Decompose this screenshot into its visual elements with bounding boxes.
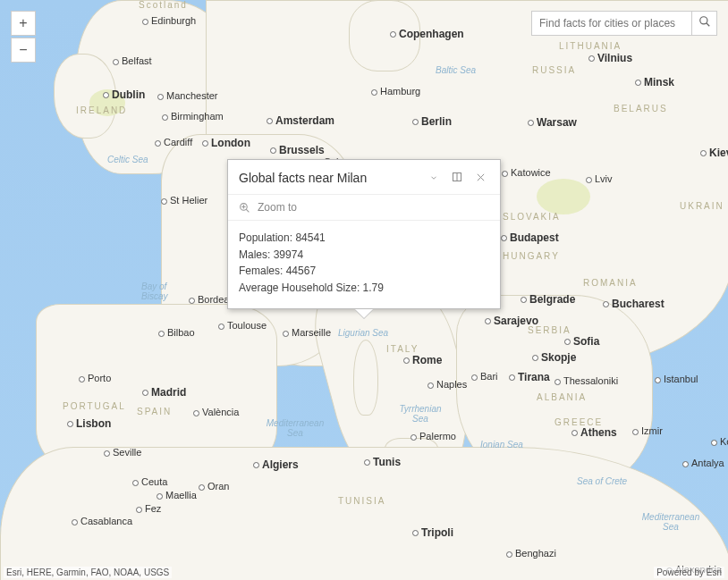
city-label: Oran — [199, 481, 229, 492]
city-label: Amsterdam — [267, 114, 334, 127]
country-label: ROMANIA — [583, 278, 638, 288]
city-label: Edinburgh — [142, 15, 196, 26]
city-label: Casablanca — [72, 516, 132, 526]
city-label: Dublin — [103, 88, 145, 101]
city-label: Thessaloniki — [554, 375, 618, 386]
city-label: Berlin — [412, 115, 452, 128]
city-label: Istanbul — [655, 374, 698, 384]
country-label: HUNGARY — [503, 251, 560, 261]
collapse-button[interactable] — [425, 169, 443, 187]
city-label: Kon — [711, 436, 728, 447]
country-label: ITALY — [386, 344, 419, 354]
city-label: Algiers — [253, 458, 299, 471]
city-label: Minsk — [635, 76, 674, 88]
city-label: Lviv — [586, 173, 613, 184]
dock-button[interactable] — [448, 169, 466, 187]
city-label: Seville — [104, 447, 141, 458]
attribution-right[interactable]: Powered by Esri — [654, 567, 724, 578]
sea-label: Ionian Sea — [480, 440, 523, 450]
city-label: Rome — [403, 354, 442, 366]
city-label: Lisbon — [67, 417, 111, 430]
country-label: IRELAND — [76, 105, 127, 115]
fact-label: Females — [239, 265, 280, 277]
city-label: Maellia — [157, 490, 197, 500]
country-label: LITHUANIA — [559, 41, 622, 51]
country-label: ALBANIA — [537, 392, 587, 402]
city-label: Hamburg — [371, 86, 420, 97]
popup: Global facts near Milan Zoom to Populati… — [227, 159, 501, 309]
fact-label: Males — [239, 248, 267, 261]
close-icon — [476, 170, 486, 186]
country-label: SLOVAKIA — [503, 212, 561, 222]
city-label: Manchester — [157, 90, 217, 101]
city-label: Palermo — [411, 431, 456, 441]
popup-header: Global facts near Milan — [228, 160, 500, 195]
city-label: Copenhagen — [390, 28, 464, 40]
zoom-in-button[interactable]: + — [11, 11, 36, 36]
city-label: Toulouse — [218, 320, 267, 331]
country-label: UKRAIN — [680, 201, 724, 211]
zoom-controls: + − — [11, 11, 36, 63]
city-label: Warsaw — [528, 116, 577, 129]
city-label: Skopje — [532, 351, 576, 364]
search-button[interactable] — [692, 11, 717, 36]
zoom-out-button[interactable]: − — [11, 38, 36, 63]
land-green — [537, 179, 590, 214]
popup-zoom-to-label: Zoom to — [258, 201, 297, 214]
country-label: Scotland — [139, 0, 188, 10]
sea-label: Bay of Biscay — [141, 282, 186, 301]
city-label: Katowice — [502, 167, 551, 178]
sea-label: Celtic Sea — [107, 155, 148, 164]
city-label: Fez — [136, 503, 161, 514]
city-label: Birmingham — [162, 111, 224, 122]
attribution-left: Esri, HERE, Garmin, FAO, NOAA, USGS — [4, 567, 172, 578]
fact-row: Population: 84541 — [239, 230, 489, 247]
svg-line-7 — [246, 209, 249, 212]
city-label: Belfast — [113, 55, 152, 66]
city-label: Marseille — [283, 327, 331, 338]
city-label: Izmir — [632, 425, 663, 436]
close-button[interactable] — [471, 169, 489, 187]
city-label: Brussels — [270, 144, 325, 156]
sea-label: Tyrrhenian Sea — [394, 404, 447, 424]
svg-line-1 — [706, 23, 709, 27]
fact-row: Females: 44567 — [239, 263, 489, 280]
city-label: Madrid — [142, 386, 186, 399]
fact-value: 39974 — [274, 248, 303, 261]
city-label: Antalya — [682, 458, 724, 468]
city-label: Bucharest — [603, 298, 665, 310]
sea-label: Sea of Crete — [577, 476, 627, 486]
search-icon — [698, 15, 711, 31]
svg-point-0 — [699, 17, 707, 24]
popup-body: Population: 84541 Males: 39974 Females: … — [228, 221, 500, 308]
city-label: Tunis — [364, 456, 401, 468]
fact-value: 84541 — [295, 231, 325, 244]
country-label: PORTUGAL — [63, 401, 126, 411]
city-label: Vilnius — [588, 52, 632, 64]
fact-label: Average Household Size — [239, 282, 357, 294]
sea-label: Baltic Sea — [436, 65, 476, 75]
fact-row: Average Household Size: 1.79 — [239, 280, 489, 297]
fact-value: 44567 — [286, 265, 316, 277]
popup-zoom-to[interactable]: Zoom to — [228, 195, 500, 221]
country-label: SPAIN — [137, 407, 172, 416]
sea-label: Mediterranean Sea — [635, 512, 707, 532]
fact-value: 1.79 — [363, 282, 384, 294]
city-label: València — [193, 407, 239, 417]
city-label: Athens — [571, 426, 617, 439]
popup-title: Global facts near Milan — [239, 171, 419, 185]
country-label: RUSSIA — [532, 65, 576, 75]
zoom-to-icon — [239, 202, 250, 214]
city-label: Tirana — [509, 371, 550, 383]
country-label: TUNISIA — [338, 496, 385, 506]
city-label: Bari — [471, 371, 498, 382]
city-label: Porto — [79, 373, 111, 383]
city-label: London — [202, 137, 250, 149]
city-label: Tripoli — [412, 526, 453, 539]
dock-icon — [452, 170, 462, 186]
city-label: Kiev — [700, 147, 728, 159]
country-label: BELARUS — [614, 104, 668, 113]
city-label: Sarajevo — [485, 315, 538, 327]
city-label: Cardiff — [155, 137, 192, 147]
search-input[interactable] — [531, 11, 692, 36]
